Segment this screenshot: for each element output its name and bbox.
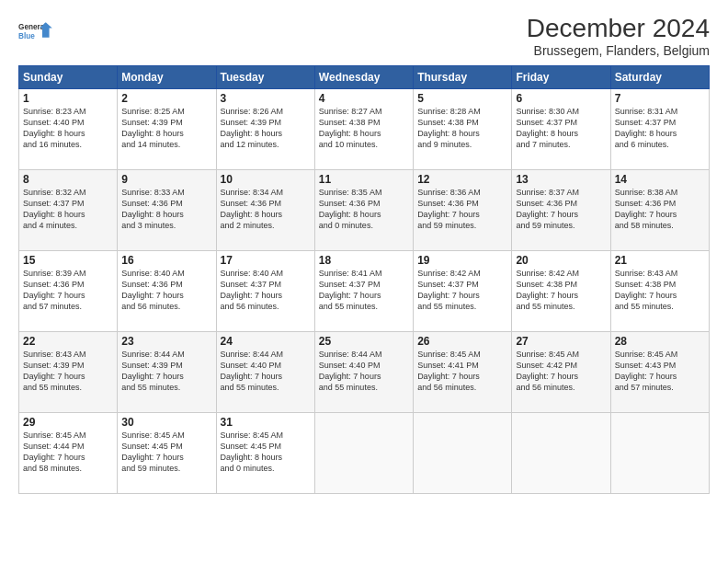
day-number-2: 2 [121,92,211,105]
empty-cell [314,412,413,493]
header-sunday: Sunday [19,65,118,88]
day-cell-29: 29Sunrise: 8:45 AM Sunset: 4:44 PM Dayli… [19,412,118,493]
day-info-2: Sunrise: 8:25 AM Sunset: 4:39 PM Dayligh… [121,106,211,151]
header-tuesday: Tuesday [216,65,314,88]
day-cell-5: 5Sunrise: 8:28 AM Sunset: 4:38 PM Daylig… [414,88,512,169]
day-info-24: Sunrise: 8:44 AM Sunset: 4:40 PM Dayligh… [221,349,311,394]
day-cell-23: 23Sunrise: 8:44 AM Sunset: 4:39 PM Dayli… [118,331,216,412]
day-info-7: Sunrise: 8:31 AM Sunset: 4:37 PM Dayligh… [615,106,705,151]
day-info-10: Sunrise: 8:34 AM Sunset: 4:36 PM Dayligh… [221,187,311,232]
header-saturday: Saturday [610,65,709,88]
header: General Blue December 2024 Brussegem, Fl… [18,15,710,58]
day-cell-6: 6Sunrise: 8:30 AM Sunset: 4:37 PM Daylig… [512,88,610,169]
day-number-1: 1 [23,92,113,105]
day-cell-16: 16Sunrise: 8:40 AM Sunset: 4:36 PM Dayli… [118,250,216,331]
day-number-18: 18 [319,254,409,267]
empty-cell [610,412,709,493]
day-number-19: 19 [417,254,507,267]
header-monday: Monday [118,65,216,88]
day-info-13: Sunrise: 8:37 AM Sunset: 4:36 PM Dayligh… [516,187,606,232]
day-number-4: 4 [319,92,409,105]
day-number-16: 16 [121,254,211,267]
day-cell-18: 18Sunrise: 8:41 AM Sunset: 4:37 PM Dayli… [314,250,413,331]
header-friday: Friday [512,65,610,88]
day-cell-11: 11Sunrise: 8:35 AM Sunset: 4:36 PM Dayli… [314,169,413,250]
day-cell-20: 20Sunrise: 8:42 AM Sunset: 4:38 PM Dayli… [512,250,610,331]
day-cell-10: 10Sunrise: 8:34 AM Sunset: 4:36 PM Dayli… [216,169,314,250]
day-info-19: Sunrise: 8:42 AM Sunset: 4:37 PM Dayligh… [417,268,507,313]
day-number-8: 8 [23,173,113,186]
day-number-31: 31 [221,416,311,429]
day-number-7: 7 [615,92,705,105]
calendar-table: SundayMondayTuesdayWednesdayThursdayFrid… [18,65,710,494]
day-cell-30: 30Sunrise: 8:45 AM Sunset: 4:45 PM Dayli… [118,412,216,493]
day-cell-15: 15Sunrise: 8:39 AM Sunset: 4:36 PM Dayli… [19,250,118,331]
day-number-13: 13 [516,173,606,186]
day-info-4: Sunrise: 8:27 AM Sunset: 4:38 PM Dayligh… [319,106,409,151]
day-cell-12: 12Sunrise: 8:36 AM Sunset: 4:36 PM Dayli… [414,169,512,250]
day-number-23: 23 [121,335,211,348]
day-info-28: Sunrise: 8:45 AM Sunset: 4:43 PM Dayligh… [615,349,705,394]
day-cell-7: 7Sunrise: 8:31 AM Sunset: 4:37 PM Daylig… [610,88,709,169]
day-number-15: 15 [23,254,113,267]
day-number-20: 20 [516,254,606,267]
day-number-11: 11 [319,173,409,186]
day-cell-3: 3Sunrise: 8:26 AM Sunset: 4:39 PM Daylig… [216,88,314,169]
day-cell-9: 9Sunrise: 8:33 AM Sunset: 4:36 PM Daylig… [118,169,216,250]
day-number-21: 21 [615,254,705,267]
day-info-1: Sunrise: 8:23 AM Sunset: 4:40 PM Dayligh… [23,106,113,151]
svg-text:Blue: Blue [18,32,35,40]
logo: General Blue [18,15,53,50]
day-cell-14: 14Sunrise: 8:38 AM Sunset: 4:36 PM Dayli… [610,169,709,250]
day-cell-2: 2Sunrise: 8:25 AM Sunset: 4:39 PM Daylig… [118,88,216,169]
day-info-29: Sunrise: 8:45 AM Sunset: 4:44 PM Dayligh… [23,430,113,475]
day-cell-17: 17Sunrise: 8:40 AM Sunset: 4:37 PM Dayli… [216,250,314,331]
day-number-27: 27 [516,335,606,348]
day-info-8: Sunrise: 8:32 AM Sunset: 4:37 PM Dayligh… [23,187,113,232]
week-row-2: 8Sunrise: 8:32 AM Sunset: 4:37 PM Daylig… [19,169,710,250]
day-number-25: 25 [319,335,409,348]
day-cell-19: 19Sunrise: 8:42 AM Sunset: 4:37 PM Dayli… [414,250,512,331]
day-cell-25: 25Sunrise: 8:44 AM Sunset: 4:40 PM Dayli… [314,331,413,412]
logo-svg: General Blue [18,15,53,50]
day-cell-24: 24Sunrise: 8:44 AM Sunset: 4:40 PM Dayli… [216,331,314,412]
day-number-26: 26 [417,335,507,348]
day-info-17: Sunrise: 8:40 AM Sunset: 4:37 PM Dayligh… [221,268,311,313]
week-row-4: 22Sunrise: 8:43 AM Sunset: 4:39 PM Dayli… [19,331,710,412]
week-row-3: 15Sunrise: 8:39 AM Sunset: 4:36 PM Dayli… [19,250,710,331]
day-number-17: 17 [221,254,311,267]
title-block: December 2024 Brussegem, Flanders, Belgi… [527,15,710,58]
calendar-header-row: SundayMondayTuesdayWednesdayThursdayFrid… [19,65,710,88]
day-info-22: Sunrise: 8:43 AM Sunset: 4:39 PM Dayligh… [23,349,113,394]
empty-cell [512,412,610,493]
day-number-6: 6 [516,92,606,105]
day-number-9: 9 [121,173,211,186]
empty-cell [414,412,512,493]
day-cell-27: 27Sunrise: 8:45 AM Sunset: 4:42 PM Dayli… [512,331,610,412]
day-number-29: 29 [23,416,113,429]
week-row-5: 29Sunrise: 8:45 AM Sunset: 4:44 PM Dayli… [19,412,710,493]
day-cell-28: 28Sunrise: 8:45 AM Sunset: 4:43 PM Dayli… [610,331,709,412]
day-number-3: 3 [221,92,311,105]
page: General Blue December 2024 Brussegem, Fl… [0,0,728,563]
day-cell-8: 8Sunrise: 8:32 AM Sunset: 4:37 PM Daylig… [19,169,118,250]
day-info-14: Sunrise: 8:38 AM Sunset: 4:36 PM Dayligh… [615,187,705,232]
subtitle: Brussegem, Flanders, Belgium [527,43,710,58]
day-cell-1: 1Sunrise: 8:23 AM Sunset: 4:40 PM Daylig… [19,88,118,169]
day-info-30: Sunrise: 8:45 AM Sunset: 4:45 PM Dayligh… [121,430,211,475]
day-info-6: Sunrise: 8:30 AM Sunset: 4:37 PM Dayligh… [516,106,606,151]
day-number-12: 12 [417,173,507,186]
day-info-31: Sunrise: 8:45 AM Sunset: 4:45 PM Dayligh… [221,430,311,475]
day-cell-22: 22Sunrise: 8:43 AM Sunset: 4:39 PM Dayli… [19,331,118,412]
main-title: December 2024 [527,15,710,43]
day-cell-13: 13Sunrise: 8:37 AM Sunset: 4:36 PM Dayli… [512,169,610,250]
header-wednesday: Wednesday [314,65,413,88]
day-info-25: Sunrise: 8:44 AM Sunset: 4:40 PM Dayligh… [319,349,409,394]
calendar-body: 1Sunrise: 8:23 AM Sunset: 4:40 PM Daylig… [19,88,710,493]
day-info-3: Sunrise: 8:26 AM Sunset: 4:39 PM Dayligh… [221,106,311,151]
day-info-9: Sunrise: 8:33 AM Sunset: 4:36 PM Dayligh… [121,187,211,232]
day-info-5: Sunrise: 8:28 AM Sunset: 4:38 PM Dayligh… [417,106,507,151]
day-number-28: 28 [615,335,705,348]
day-info-16: Sunrise: 8:40 AM Sunset: 4:36 PM Dayligh… [121,268,211,313]
day-info-12: Sunrise: 8:36 AM Sunset: 4:36 PM Dayligh… [417,187,507,232]
